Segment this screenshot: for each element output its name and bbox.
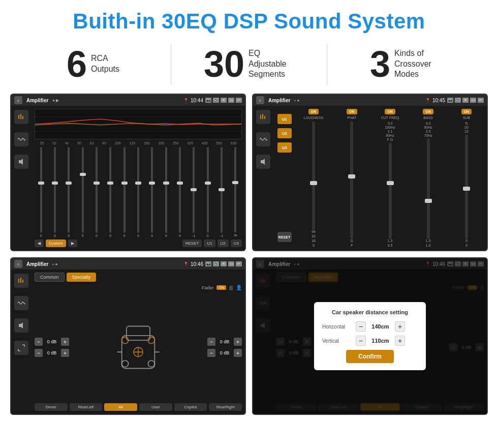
- vol-row-4: − 0 dB +: [207, 349, 242, 357]
- eq-slider-thumb[interactable]: [219, 188, 225, 191]
- home-icon-3[interactable]: ⌂: [14, 260, 22, 268]
- on-btn-loudness[interactable]: ON: [308, 109, 319, 114]
- rearright-btn[interactable]: RearRight: [209, 403, 242, 411]
- on-btn-sub[interactable]: ON: [461, 109, 472, 114]
- speaker-icon-btn-3[interactable]: [14, 318, 28, 333]
- eq-slider-thumb[interactable]: [66, 182, 72, 185]
- volume-icon-2: 🔊: [455, 98, 461, 103]
- copilot-btn[interactable]: Copilot: [174, 403, 207, 411]
- eq-slider-thumb[interactable]: [135, 182, 141, 185]
- horizontal-plus-btn[interactable]: +: [395, 321, 405, 332]
- reset-btn-2[interactable]: RESET: [277, 232, 292, 242]
- status-bar-1: ⌂ Amplifier ● ▶ 📍 10:44 📷 🔊 ✕ ▭ ↩: [11, 95, 245, 106]
- cutfreq-thumb[interactable]: [387, 181, 394, 185]
- eq-slider-thumb[interactable]: [149, 182, 155, 185]
- custom-button[interactable]: Custom: [46, 240, 66, 247]
- driver-btn[interactable]: Driver: [35, 403, 68, 411]
- back-icon-2[interactable]: ↩: [478, 98, 484, 103]
- phat-thumb[interactable]: [348, 174, 355, 178]
- eq-icon-btn[interactable]: [14, 110, 28, 124]
- wave-icon-btn-3[interactable]: [14, 296, 28, 310]
- home-icon-1[interactable]: ⌂: [14, 96, 22, 104]
- eq-slider-col: 0: [90, 147, 103, 237]
- home-icon-2[interactable]: ⌂: [256, 96, 264, 104]
- eq-icon-btn-3[interactable]: [14, 274, 28, 288]
- on-btn-phat[interactable]: ON: [347, 109, 357, 114]
- rearleft-btn[interactable]: RearLeft: [70, 403, 103, 411]
- all-btn[interactable]: All: [104, 403, 137, 411]
- eq-slider-thumb[interactable]: [107, 182, 113, 185]
- preset-u3[interactable]: U3: [277, 142, 292, 153]
- channel-phat: ON PHAT GF: [333, 109, 370, 247]
- confirm-button[interactable]: Confirm: [346, 350, 394, 363]
- play-button[interactable]: ▶: [68, 240, 77, 247]
- stat-divider-2: [327, 44, 327, 84]
- wave-icon-btn[interactable]: [14, 132, 28, 146]
- eq-slider-thumb[interactable]: [80, 173, 86, 176]
- svg-rect-7: [260, 115, 261, 119]
- minus-btn-1[interactable]: −: [35, 338, 43, 346]
- preset-u1[interactable]: U1: [277, 114, 292, 124]
- speaker-icon-btn[interactable]: [14, 155, 28, 169]
- eq-slider-thumb[interactable]: [121, 182, 128, 185]
- app-name-2: Amplifier: [268, 98, 290, 103]
- prev-button[interactable]: ◀: [35, 240, 44, 247]
- vertical-plus-btn[interactable]: +: [395, 336, 405, 346]
- plus-btn-1[interactable]: +: [61, 338, 69, 346]
- sub-thumb[interactable]: [463, 187, 470, 191]
- eq-slider-thumb[interactable]: [163, 182, 169, 185]
- dialog-row-horizontal: Horizontal − 140cm +: [322, 321, 418, 332]
- on-btn-bass[interactable]: ON: [423, 109, 433, 114]
- u3-button-1[interactable]: U3: [231, 240, 242, 247]
- wave-icon-btn-2[interactable]: [256, 132, 270, 146]
- u1-button-1[interactable]: U1: [204, 240, 215, 247]
- label-phat: PHAT: [347, 116, 356, 120]
- plus-btn-2[interactable]: +: [61, 349, 69, 357]
- eq-slider-thumb[interactable]: [232, 181, 238, 184]
- tab-specialty[interactable]: Specialty: [67, 273, 97, 282]
- loudness-thumb[interactable]: [310, 181, 317, 185]
- eq-slider-thumb[interactable]: [38, 182, 44, 185]
- svg-rect-1: [20, 114, 21, 119]
- screen-speaker: ⌂ Amplifier ▪ ● 📍 10:46 📷 🔊 ✕ ▭ ↩: [10, 257, 246, 415]
- plus-btn-4[interactable]: +: [234, 349, 242, 357]
- u2-button-1[interactable]: U2: [217, 240, 229, 247]
- back-icon-1[interactable]: ↩: [236, 98, 242, 103]
- on-badge[interactable]: ON: [216, 285, 226, 290]
- bass-thumb[interactable]: [425, 199, 432, 203]
- eq-slider-thumb[interactable]: [177, 182, 183, 185]
- eq-freq-labels: 253240506380100125160200250320400500630: [35, 141, 242, 145]
- minus-btn-4[interactable]: −: [207, 349, 215, 357]
- expand-icon-btn-3[interactable]: [14, 341, 28, 355]
- eq-slider-col: 0: [132, 147, 144, 237]
- eq-slider-thumb[interactable]: [94, 182, 100, 185]
- stat-number-eq: 30: [204, 46, 244, 82]
- back-icon-3[interactable]: ↩: [236, 261, 242, 266]
- eq-slider-thumb[interactable]: [191, 188, 197, 191]
- camera-icon-2: 📷: [447, 98, 453, 103]
- eq-slider-thumb[interactable]: [205, 182, 211, 185]
- vol-row-1: − 0 dB +: [35, 338, 69, 346]
- eq-slider-thumb[interactable]: [52, 182, 58, 185]
- horizontal-minus-btn[interactable]: −: [356, 321, 366, 332]
- on-btn-cutfreq[interactable]: ON: [385, 109, 395, 114]
- vertical-value: 110cm: [369, 338, 392, 344]
- vol-col-right: − 0 dB + − 0 dB +: [207, 338, 242, 357]
- eq-area: 253240506380100125160200250320400500630 …: [32, 106, 245, 250]
- speaker-icon-btn-2[interactable]: [256, 155, 270, 169]
- page-title: Buith-in 30EQ DSP Sound System: [0, 0, 498, 39]
- eq-slider-col: 0: [201, 147, 214, 237]
- reset-button-1[interactable]: RESET: [182, 240, 202, 247]
- stat-crossover: 3 Kinds ofCrossover Modes: [343, 46, 468, 82]
- tab-common[interactable]: Common: [35, 273, 65, 282]
- vol-value-3: 0 dB: [217, 339, 232, 344]
- minus-btn-3[interactable]: −: [207, 338, 215, 346]
- plus-btn-3[interactable]: +: [234, 338, 242, 346]
- horizontal-label: Horizontal: [322, 324, 353, 330]
- vertical-minus-btn[interactable]: −: [356, 336, 366, 346]
- preset-u2[interactable]: U2: [277, 128, 292, 138]
- minus-btn-2[interactable]: −: [35, 349, 43, 357]
- user-btn[interactable]: User: [139, 403, 172, 411]
- label-bass: BASS: [423, 116, 433, 120]
- eq-icon-btn-2[interactable]: [256, 110, 270, 124]
